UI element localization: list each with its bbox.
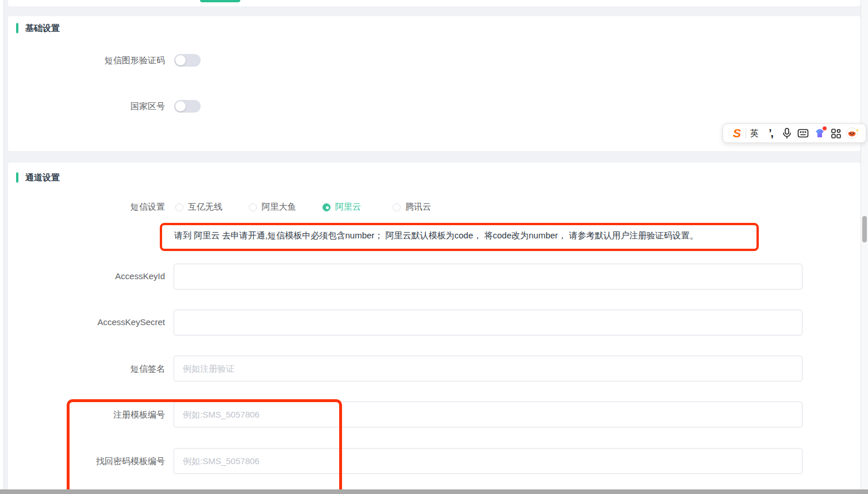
- left-edge-panel: [0, 0, 4, 489]
- sms-captcha-label: 短信图形验证码: [34, 54, 165, 67]
- radio-provider-aliyun[interactable]: 阿里云: [322, 202, 361, 213]
- vertical-scrollbar-thumb[interactable]: [862, 216, 867, 242]
- ime-language-mode-button[interactable]: 英: [746, 128, 762, 139]
- accesskeyid-label: AccessKeyId: [34, 270, 165, 283]
- register-template-label: 注册模板编号: [34, 408, 165, 421]
- accesskeysecret-input[interactable]: [174, 310, 802, 335]
- accesskeyid-input[interactable]: [174, 264, 802, 290]
- vertical-scrollbar-track[interactable]: [861, 0, 868, 489]
- radio-provider-huyi[interactable]: 互亿无线: [175, 202, 222, 213]
- toggle-knob: [175, 101, 186, 111]
- basic-settings-title: 基础设置: [25, 23, 60, 33]
- radio-label: 阿里大鱼: [262, 202, 296, 213]
- sogou-logo-icon[interactable]: S: [728, 126, 746, 140]
- sms-setting-label: 短信设置: [34, 200, 165, 213]
- channel-settings-title: 通道设置: [25, 172, 60, 183]
- toolbox-icon[interactable]: [828, 128, 844, 139]
- sms-captcha-toggle[interactable]: [174, 54, 201, 67]
- keyboard-icon[interactable]: [795, 128, 811, 138]
- radio-label: 腾讯云: [405, 202, 431, 213]
- radio-circle-icon: [393, 203, 401, 211]
- section-accent-bar: [16, 23, 18, 33]
- top-partial-card: [8, 0, 861, 6]
- aliyun-notice-text: 请到 阿里云 去申请开通,短信模板中必须包含number； 阿里云默认模板为co…: [174, 230, 698, 241]
- radio-provider-tencent[interactable]: 腾讯云: [393, 202, 431, 213]
- country-code-toggle[interactable]: [174, 100, 201, 113]
- settings-page: 基础设置 短信图形验证码 国家区号 通道设置 短信设置 互亿无线 阿里大鱼 阿里…: [0, 0, 868, 494]
- radio-provider-alidayu[interactable]: 阿里大鱼: [249, 202, 296, 213]
- ime-toolbar: S 英 ’,: [723, 124, 866, 143]
- radio-circle-icon: [175, 203, 183, 211]
- sms-signature-label: 短信签名: [34, 362, 165, 375]
- register-template-input[interactable]: [174, 402, 802, 427]
- accesskeysecret-label: AccessKeySecret: [34, 316, 165, 329]
- notification-dot-icon: [823, 126, 827, 130]
- section-accent-bar: [16, 172, 18, 183]
- country-code-label: 国家区号: [34, 100, 165, 113]
- radio-label: 互亿无线: [188, 202, 222, 213]
- radio-label: 阿里云: [335, 202, 361, 213]
- emoji-icon[interactable]: [844, 127, 861, 140]
- radio-circle-icon: [249, 203, 257, 211]
- reset-password-template-input[interactable]: [174, 448, 802, 474]
- reset-password-template-label: 找回密码模板编号: [34, 455, 165, 468]
- toggle-knob: [175, 55, 186, 65]
- skin-icon[interactable]: [812, 128, 828, 138]
- radio-selected-icon: [322, 203, 331, 211]
- sms-signature-input[interactable]: [174, 356, 802, 381]
- save-button-partial[interactable]: [200, 0, 240, 2]
- horizontal-scrollbar[interactable]: [0, 489, 868, 494]
- punctuation-icon[interactable]: ’,: [762, 127, 778, 140]
- microphone-icon[interactable]: [779, 128, 795, 139]
